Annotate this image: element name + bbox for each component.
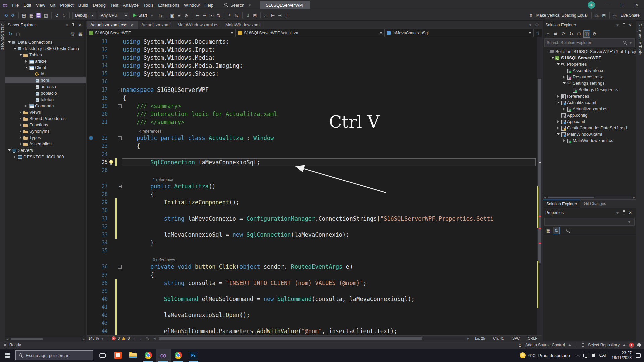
categorized-icon[interactable] [545,227,552,234]
code-line-36[interactable]: 36 private void button_Click(object send… [87,263,542,271]
step-out-icon[interactable] [194,12,201,19]
sync-icon[interactable] [560,30,567,38]
close-icon[interactable] [627,209,634,216]
properties-gear-icon[interactable] [591,30,598,38]
fold-margin[interactable] [117,110,123,118]
add-to-source-control-button[interactable]: Add to Source Control [525,343,565,347]
device-preview-icon[interactable] [601,12,607,19]
titlebar-search[interactable]: Search [222,0,256,10]
fold-margin[interactable] [117,190,123,198]
code-line-12[interactable]: 12using System.Windows.Input; [87,46,542,54]
expander-icon[interactable] [18,130,23,133]
close-icon[interactable] [76,21,83,29]
expander-icon[interactable] [12,46,17,51]
fold-margin[interactable] [117,247,123,255]
swap-panes-icon[interactable] [594,12,600,19]
breakpoint-margin[interactable] [87,102,96,110]
tree-item-solution-s16sqlserverwpf-1-of-1-project[interactable]: Solution 'S16SQLServerWPF' (1 of 1 proje… [543,48,636,55]
pin-icon[interactable] [624,212,624,214]
tree-item-resources-resx[interactable]: Resources.resx [543,74,636,80]
code-text[interactable]: laMevaConnexioSql.Open(); [123,311,542,319]
language-indicator[interactable]: CAT [597,353,609,358]
code-line-38[interactable]: 38 string consulta = "INSERT INTO CLIENT… [87,279,542,287]
code-text[interactable]: InitializeComponent(); [123,198,542,206]
fold-margin[interactable] [117,86,123,94]
vertical-spacing-icon[interactable] [528,12,534,19]
code-text[interactable]: /// </summary> [123,118,542,126]
navigate-bookmarks-icon[interactable] [215,12,222,19]
code-text[interactable]: using System.Windows.Input; [123,46,542,54]
taskbar-search[interactable] [15,350,93,360]
expander-icon[interactable] [12,156,17,158]
tree-item-adressa[interactable]: adressa [5,83,86,90]
fold-margin[interactable] [117,231,123,239]
fold-margin[interactable] [117,182,123,190]
solution-search[interactable] [544,38,635,47]
fold-margin[interactable] [117,70,123,78]
breakpoint-margin[interactable] [87,134,96,142]
code-text[interactable]: SqlConnection laMevaConnexioSql; [123,158,542,166]
xaml-grid-icon[interactable] [245,12,251,19]
save-icon[interactable] [36,13,41,18]
bookmark-icon[interactable] [208,12,215,19]
menu-build[interactable]: Build [76,1,91,9]
connect-database-icon[interactable] [69,30,76,38]
fold-margin[interactable] [117,102,123,110]
tree-item-id[interactable]: Id [5,71,86,77]
menu-project[interactable]: Project [58,1,76,9]
breakpoint-margin[interactable] [87,110,96,118]
breakpoint-margin[interactable] [87,78,96,86]
fold-margin[interactable] [117,263,123,271]
code-line-35[interactable]: 35 [87,247,542,255]
tree-item-comanda[interactable]: Comanda [5,103,86,109]
server-explorer-hscrollbar[interactable] [5,337,86,341]
code-text[interactable]: { [123,94,542,102]
tree-item-mainwindow-xaml-cs[interactable]: MainWindow.xaml.cs [543,137,636,144]
expander-icon[interactable] [24,65,29,70]
photoshop-icon[interactable]: Ps [186,349,201,362]
action-center-icon[interactable] [636,353,641,358]
tab-actualitza-xaml-cs[interactable]: Actualitza.xaml.cs* [87,21,138,29]
expander-icon[interactable] [18,111,23,114]
refresh-icon[interactable] [7,30,14,38]
expander-icon[interactable] [550,56,555,60]
minimize-button[interactable]: ― [600,0,614,10]
pause-icon[interactable] [226,12,233,19]
code-text[interactable]: using System.Windows.Shapes; [123,70,542,78]
expander-icon[interactable] [18,117,23,120]
code-line-41[interactable]: 41 [87,303,542,311]
warning-count[interactable]: 0 [128,336,130,340]
code-line-17[interactable]: 17namespace S16SQLServerWPF [87,86,542,94]
menu-file[interactable]: File [9,1,21,9]
tree-item-actualitza-xaml-cs[interactable]: Actualitza.xaml.cs [543,106,636,112]
code-text[interactable]: public partial class Actualitza : Window [123,134,542,142]
document-list-icon[interactable] [527,21,534,29]
diagnostic-tools-tab[interactable]: Diagnostic Tools [638,23,642,341]
code-line-33[interactable]: 33 laMevaConnexioSql = new SqlConnection… [87,231,542,239]
fold-margin[interactable] [117,166,123,174]
code-text[interactable]: /// <summary> [123,102,542,110]
redo-icon[interactable] [61,12,67,19]
weather-widget[interactable]: 6°C Prac. despejado [516,352,573,358]
restart-icon[interactable] [233,12,240,19]
breakpoint-margin[interactable] [87,190,96,198]
breakpoint-margin[interactable] [87,86,96,94]
code-text[interactable]: { [123,271,542,279]
indent-mode[interactable]: SPC [509,336,523,340]
maximize-button[interactable]: □ [614,0,629,10]
expander-icon[interactable] [7,40,12,44]
expander-icon[interactable] [18,143,23,145]
expander-icon[interactable] [556,95,561,98]
breakpoint-margin[interactable] [87,38,96,46]
breakpoint-margin[interactable] [87,223,96,231]
code-text[interactable]: using System.Windows.Media.Imaging; [123,62,542,70]
code-line-25[interactable]: 25 SqlConnection laMevaConnexioSql; [87,158,542,166]
tree-item-settings-designer-cs[interactable]: Settings.Designer.cs [543,86,636,93]
home-icon[interactable] [545,30,551,38]
expander-icon[interactable] [18,124,23,126]
account-avatar[interactable]: JF [588,1,595,9]
breakpoint-margin[interactable] [87,327,96,335]
menu-extensions[interactable]: Extensions [156,1,182,9]
expander-icon[interactable] [556,120,561,123]
fold-margin[interactable] [117,303,123,311]
